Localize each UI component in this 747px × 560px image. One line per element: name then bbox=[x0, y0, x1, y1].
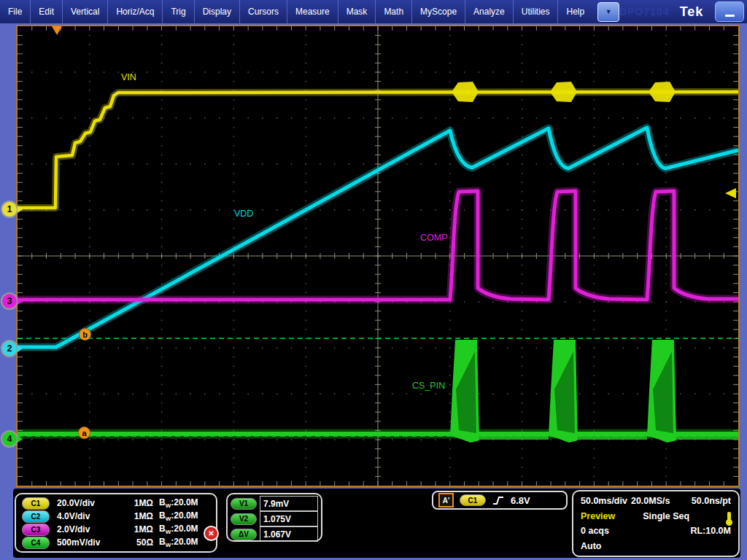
acquisition-count: 0 acqs bbox=[581, 526, 609, 536]
channel3-ref-arrow-icon bbox=[18, 298, 23, 305]
menu-analyze[interactable]: Analyze bbox=[465, 0, 514, 23]
menu-help[interactable]: Help bbox=[558, 0, 592, 23]
comp-label: COMP bbox=[420, 233, 448, 243]
thermometer-icon bbox=[727, 512, 731, 521]
vdd-label: VDD bbox=[234, 209, 253, 219]
channel4-termination: 50Ω bbox=[124, 537, 153, 548]
preview-status: Preview bbox=[581, 511, 615, 521]
readout-bar: C1 20.0V/div 1MΩ BW:20.0M C2 4.0V/div 1M… bbox=[13, 489, 740, 558]
channel1-termination: 1MΩ bbox=[124, 498, 153, 508]
channel4-row[interactable]: C4 500mV/div 50Ω BW:20.0M bbox=[22, 536, 210, 549]
model-label: DPO7104 bbox=[619, 6, 669, 18]
menu-trig[interactable]: Trig bbox=[163, 0, 194, 23]
channel4-ref-arrow-icon bbox=[18, 435, 23, 443]
menu-edit[interactable]: Edit bbox=[31, 0, 63, 23]
horizontal-row-2: Preview Single Seq bbox=[581, 509, 731, 524]
cursor-v1-row: V1 7.9mV bbox=[231, 496, 318, 511]
sample-rate-value: 20.0MS/s bbox=[631, 496, 670, 506]
menu-file[interactable]: File bbox=[0, 0, 31, 23]
channel1-scale: 20.0V/div bbox=[57, 498, 124, 508]
channel3-scale: 2.0V/div bbox=[57, 524, 124, 534]
trigger-position-marker[interactable] bbox=[52, 26, 62, 35]
vin-label: VIN bbox=[121, 72, 136, 82]
cursor-dv-value: 1.067V bbox=[260, 526, 318, 542]
horizontal-row-3: 0 acqs RL:10.0M bbox=[581, 524, 731, 539]
cursor-readout-panel[interactable]: V1 7.9mV V2 1.075V ΔV 1.067V bbox=[226, 493, 322, 542]
channel2-ref-arrow-icon bbox=[18, 345, 23, 352]
horizontal-panel[interactable]: 50.0ms/div 20.0MS/s 50.0ns/pt Preview Si… bbox=[572, 490, 740, 557]
cursor-b-handle[interactable]: b bbox=[79, 328, 91, 341]
channel2-ref-marker[interactable]: 2 bbox=[1, 340, 18, 357]
menu-bar: File Edit Vertical Horiz/Acq Trig Displa… bbox=[0, 0, 747, 23]
cursor-dv-row: ΔV 1.067V bbox=[231, 526, 318, 542]
channel-settings-panel[interactable]: C1 20.0V/div 1MΩ BW:20.0M C2 4.0V/div 1M… bbox=[15, 493, 217, 553]
horizontal-row-1: 50.0ms/div 20.0MS/s 50.0ns/pt bbox=[581, 494, 731, 509]
channel1-ref-arrow-icon bbox=[18, 206, 23, 213]
channel-error-icon[interactable]: ✕ bbox=[204, 526, 219, 541]
acquisition-mode: Single Seq bbox=[643, 511, 689, 521]
channel1-ref-marker[interactable]: 1 bbox=[1, 201, 18, 218]
channel1-bandwidth: BW:20.0M bbox=[159, 497, 198, 509]
menu-cursors[interactable]: Cursors bbox=[240, 0, 287, 23]
channel1-row[interactable]: C1 20.0V/div 1MΩ BW:20.0M bbox=[22, 497, 210, 510]
channel4-badge[interactable]: C4 bbox=[22, 537, 50, 549]
menu-vertical[interactable]: Vertical bbox=[63, 0, 108, 23]
menu-myscope[interactable]: MyScope bbox=[412, 0, 465, 23]
timebase-value: 50.0ms/div bbox=[581, 496, 627, 506]
graticule: VIN VDD COMP CS_PIN bbox=[18, 26, 738, 486]
cursor-v2-row: V2 1.075V bbox=[231, 511, 318, 526]
scope-display: VIN VDD COMP CS_PIN bbox=[16, 25, 740, 487]
cursor-a-handle[interactable]: a bbox=[78, 427, 90, 439]
cursor-v1-badge[interactable]: V1 bbox=[231, 498, 257, 510]
record-length: RL:10.0M bbox=[690, 526, 731, 536]
trigger-level-arrow-icon[interactable] bbox=[725, 188, 736, 198]
trigger-a-badge[interactable]: A' bbox=[438, 493, 454, 508]
channel2-scale: 4.0V/div bbox=[57, 511, 124, 521]
cs-pin-label: CS_PIN bbox=[412, 381, 445, 391]
tek-logo: Tek bbox=[680, 4, 704, 20]
channel2-termination: 1MΩ bbox=[124, 511, 153, 521]
channel4-scale: 500mV/div bbox=[57, 537, 124, 548]
cursor-v2-badge[interactable]: V2 bbox=[231, 513, 257, 525]
resolution-value: 50.0ns/pt bbox=[692, 496, 731, 506]
menu-overflow-button[interactable]: ▼ bbox=[597, 2, 619, 22]
channel3-termination: 1MΩ bbox=[124, 524, 153, 534]
trigger-mode: Auto bbox=[581, 541, 601, 551]
channel1-badge[interactable]: C1 bbox=[22, 497, 50, 510]
menu-utilities[interactable]: Utilities bbox=[514, 0, 559, 23]
cursor-dv-badge[interactable]: ΔV bbox=[231, 529, 257, 540]
cursor-v2-value: 1.075V bbox=[260, 511, 318, 526]
horizontal-row-4: Auto bbox=[581, 539, 731, 554]
channel4-bandwidth: BW:20.0M bbox=[159, 537, 198, 548]
minimize-icon bbox=[725, 15, 735, 17]
chevron-down-icon: ▼ bbox=[605, 8, 612, 15]
channel3-badge[interactable]: C3 bbox=[22, 524, 50, 536]
minimize-button[interactable] bbox=[715, 1, 744, 22]
trigger-panel[interactable]: A' C1 6.8V bbox=[432, 491, 568, 510]
channel2-bandwidth: BW:20.0M bbox=[159, 510, 198, 522]
title-zone: DPO7104 Tek X bbox=[619, 0, 747, 23]
channel3-ref-marker[interactable]: 3 bbox=[1, 292, 18, 310]
channel3-row[interactable]: C3 2.0V/div 1MΩ BW:20.0M bbox=[22, 523, 210, 536]
menu-display[interactable]: Display bbox=[195, 0, 240, 23]
menu-math[interactable]: Math bbox=[376, 0, 412, 23]
menu-mask[interactable]: Mask bbox=[338, 0, 376, 23]
rising-edge-icon bbox=[492, 495, 505, 506]
channel3-bandwidth: BW:20.0M bbox=[159, 524, 198, 535]
menu-horiz-acq[interactable]: Horiz/Acq bbox=[108, 0, 163, 23]
channel2-badge[interactable]: C2 bbox=[22, 510, 50, 523]
menu-measure[interactable]: Measure bbox=[287, 0, 338, 23]
trigger-source-badge[interactable]: C1 bbox=[460, 494, 486, 506]
trigger-level-value: 6.8V bbox=[511, 495, 530, 506]
channel4-ref-marker[interactable]: 4 bbox=[1, 430, 18, 448]
channel2-row[interactable]: C2 4.0V/div 1MΩ BW:20.0M bbox=[22, 510, 210, 523]
cursor-v1-value: 7.9mV bbox=[260, 496, 318, 511]
